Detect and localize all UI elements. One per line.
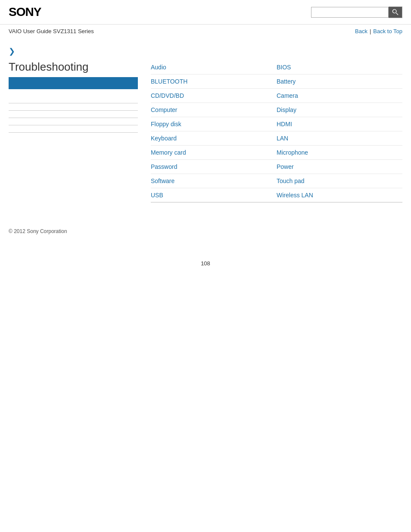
footer: © 2012 Sony Corporation <box>0 228 411 234</box>
topic-link-right-5[interactable]: LAN <box>277 131 402 146</box>
topic-link-left-5[interactable]: Keyboard <box>151 131 277 146</box>
search-icon <box>392 9 399 16</box>
nav-bar: VAIO User Guide SVZ1311 Series Back | Ba… <box>0 25 411 38</box>
topics-left-col: AudioBLUETOOTHCD/DVD/BDComputerFloppy di… <box>151 60 277 202</box>
topic-link-left-7[interactable]: Password <box>151 160 277 174</box>
topic-link-right-4[interactable]: HDMI <box>277 117 402 131</box>
topic-link-left-6[interactable]: Memory card <box>151 146 277 160</box>
back-link[interactable]: Back <box>355 28 367 34</box>
sidebar-link-1[interactable] <box>9 96 138 103</box>
back-to-top-link[interactable]: Back to Top <box>373 28 402 34</box>
svg-point-0 <box>392 9 396 13</box>
topic-link-left-1[interactable]: BLUETOOTH <box>151 75 277 89</box>
search-input[interactable] <box>311 7 389 18</box>
topics-right-col: BIOSBatteryCameraDisplayHDMILANMicrophon… <box>277 60 402 202</box>
topic-link-right-0[interactable]: BIOS <box>277 60 402 75</box>
topic-link-left-2[interactable]: CD/DVD/BD <box>151 89 277 103</box>
nav-links: Back | Back to Top <box>355 28 402 34</box>
page-number: 108 <box>0 260 411 267</box>
nav-separator: | <box>370 28 371 34</box>
topic-link-right-2[interactable]: Camera <box>277 89 402 103</box>
topic-link-left-8[interactable]: Software <box>151 174 277 188</box>
svg-line-1 <box>396 13 398 15</box>
topic-link-left-3[interactable]: Computer <box>151 103 277 117</box>
sidebar-link-4[interactable] <box>9 118 138 125</box>
search-container <box>311 6 402 18</box>
sidebar-link-5[interactable] <box>9 125 138 133</box>
topic-link-right-8[interactable]: Touch pad <box>277 174 402 188</box>
main-content: ❯ Troubleshooting AudioBLUETOOTHCD/DVD/B… <box>0 38 411 211</box>
sidebar-highlight <box>9 77 138 89</box>
topic-link-right-1[interactable]: Battery <box>277 75 402 89</box>
topic-link-left-9[interactable]: USB <box>151 188 277 202</box>
guide-label: VAIO User Guide SVZ1311 Series <box>9 28 94 34</box>
breadcrumb-arrow: ❯ <box>9 47 402 56</box>
topic-link-left-0[interactable]: Audio <box>151 60 277 75</box>
sidebar: Troubleshooting <box>9 60 138 202</box>
sidebar-link-2[interactable] <box>9 103 138 111</box>
search-button[interactable] <box>389 6 402 18</box>
content-layout: Troubleshooting AudioBLUETOOTHCD/DVD/BDC… <box>9 60 402 202</box>
sidebar-link-3[interactable] <box>9 111 138 118</box>
topic-link-right-9[interactable]: Wireless LAN <box>277 188 402 202</box>
sony-logo: SONY <box>9 5 41 19</box>
sidebar-title: Troubleshooting <box>9 60 138 74</box>
topic-link-right-7[interactable]: Power <box>277 160 402 174</box>
topic-link-right-3[interactable]: Display <box>277 103 402 117</box>
copyright: © 2012 Sony Corporation <box>9 228 67 234</box>
topic-link-right-6[interactable]: Microphone <box>277 146 402 160</box>
topic-link-left-4[interactable]: Floppy disk <box>151 117 277 131</box>
header: SONY <box>0 0 411 25</box>
topics-grid: AudioBLUETOOTHCD/DVD/BDComputerFloppy di… <box>151 60 402 202</box>
